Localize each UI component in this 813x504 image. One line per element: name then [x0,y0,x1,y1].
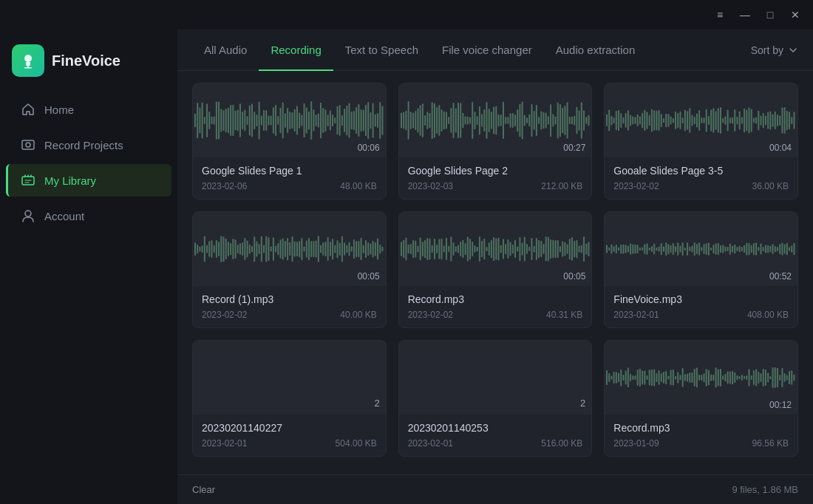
svg-rect-281 [273,237,274,261]
logo-icon [12,44,44,77]
sidebar-item-record-projects[interactable]: Record Projects [6,129,171,161]
svg-rect-139 [521,102,523,140]
svg-rect-92 [409,112,411,129]
svg-rect-98 [424,115,426,126]
card-title: Gooale Slides Page 3-5 [613,165,789,177]
svg-rect-437 [675,246,676,252]
svg-rect-506 [649,370,650,385]
audio-card[interactable]: 00:12 Record.mp3 2023-01-09 96.56 KB [604,340,798,457]
sidebar-item-account[interactable]: Account [6,200,171,232]
svg-rect-564 [786,375,788,381]
svg-rect-181 [637,115,639,126]
audio-card[interactable]: 00:06 Google Slides Page 1 2023-02-06 48… [192,83,387,200]
svg-rect-187 [651,109,653,132]
svg-rect-195 [670,117,672,125]
svg-rect-328 [401,242,402,256]
svg-rect-306 [332,239,333,259]
svg-rect-112 [457,103,459,138]
svg-rect-191 [661,114,662,127]
card-size: 48.00 KB [340,181,376,191]
svg-rect-563 [784,373,786,382]
svg-rect-164 [580,102,582,139]
svg-rect-372 [505,244,506,254]
tab-text-to-speech[interactable]: Text to Speech [333,30,430,71]
tab-file-voice-changer[interactable]: File voice changer [430,30,544,71]
svg-rect-171 [613,118,615,123]
svg-rect-346 [443,246,444,253]
sidebar-item-home[interactable]: Home [6,93,171,126]
svg-rect-99 [426,112,428,129]
svg-rect-459 [727,247,729,251]
svg-rect-127 [493,106,494,134]
svg-rect-253 [206,245,208,253]
tab-recording[interactable]: Recording [259,30,333,71]
tab-all-audio[interactable]: All Audio [192,30,259,71]
svg-rect-305 [330,242,331,256]
svg-rect-169 [609,110,610,132]
card-title: 20230201140253 [408,422,583,434]
card-info: Gooale Slides Page 3-5 2023-02-02 36.00 … [605,157,797,199]
maximize-button[interactable]: □ [758,3,782,27]
svg-rect-32 [251,104,253,137]
svg-rect-428 [653,244,655,255]
svg-rect-128 [495,106,497,135]
svg-rect-277 [263,245,265,253]
svg-rect-319 [363,245,364,253]
svg-rect-393 [554,240,556,258]
svg-rect-118 [472,102,473,139]
svg-rect-444 [692,246,693,253]
close-button[interactable]: ✕ [783,3,807,27]
svg-rect-13 [206,103,208,137]
account-icon [21,208,35,223]
svg-rect-163 [578,110,579,130]
svg-rect-162 [576,107,577,134]
svg-rect-309 [339,242,341,256]
app-name: FineVoice [52,52,120,69]
svg-rect-376 [514,240,516,258]
audio-grid-area: 00:06 Google Slides Page 1 2023-02-06 48… [177,71,813,474]
svg-rect-258 [218,242,220,256]
sidebar-item-home-label: Home [44,103,74,116]
card-meta: 2023-02-02 36.00 KB [613,181,789,191]
svg-rect-397 [564,242,565,256]
card-date: 2023-02-01 [408,438,453,449]
svg-rect-433 [666,242,667,256]
svg-rect-273 [254,236,255,262]
audio-card[interactable]: 2 20230201140227 2023-02-01 504.00 KB [192,340,387,457]
menu-button[interactable]: ≡ [708,3,732,27]
svg-rect-389 [545,236,546,262]
tab-audio-extraction[interactable]: Audio extraction [544,30,647,71]
svg-rect-89 [403,112,404,129]
svg-rect-199 [680,112,681,129]
minimize-button[interactable]: — [733,3,757,27]
svg-rect-257 [216,240,217,258]
svg-rect-463 [737,247,738,251]
sidebar-item-my-library[interactable]: My Library [6,164,171,197]
svg-rect-360 [476,247,477,251]
svg-rect-482 [782,242,783,255]
svg-rect-190 [659,110,660,131]
audio-card[interactable]: 00:05 Record.mp3 2023-02-02 40.31 KB [398,211,593,328]
audio-card[interactable]: 00:27 Google Slides Page 2 2023-02-03 21… [398,83,593,200]
svg-rect-60 [318,113,319,127]
svg-rect-133 [507,117,508,124]
svg-rect-326 [379,245,381,253]
svg-rect-494 [621,370,622,386]
svg-rect-355 [464,243,466,255]
svg-rect-388 [542,244,544,253]
svg-rect-567 [794,375,795,381]
svg-rect-205 [694,117,695,125]
svg-rect-430 [659,247,660,252]
audio-card[interactable]: 00:04 Gooale Slides Page 3-5 2023-02-02 … [604,83,798,200]
audio-card[interactable]: 00:05 Record (1).mp3 2023-02-02 40.00 KB [192,211,387,328]
clear-button[interactable]: Clear [192,484,215,495]
sort-by-button[interactable]: Sort by [751,44,798,56]
audio-card[interactable]: 00:52 FineVoice.mp3 2023-02-01 408.00 KB [604,211,798,328]
svg-rect-250 [199,247,200,252]
svg-rect-193 [666,114,667,127]
audio-card[interactable]: 2 20230201140253 2023-02-01 516.00 KB [398,340,593,457]
svg-rect-274 [256,242,257,257]
svg-rect-107 [446,112,447,129]
svg-rect-132 [505,117,506,124]
card-meta: 2023-02-03 212.00 KB [408,181,583,191]
